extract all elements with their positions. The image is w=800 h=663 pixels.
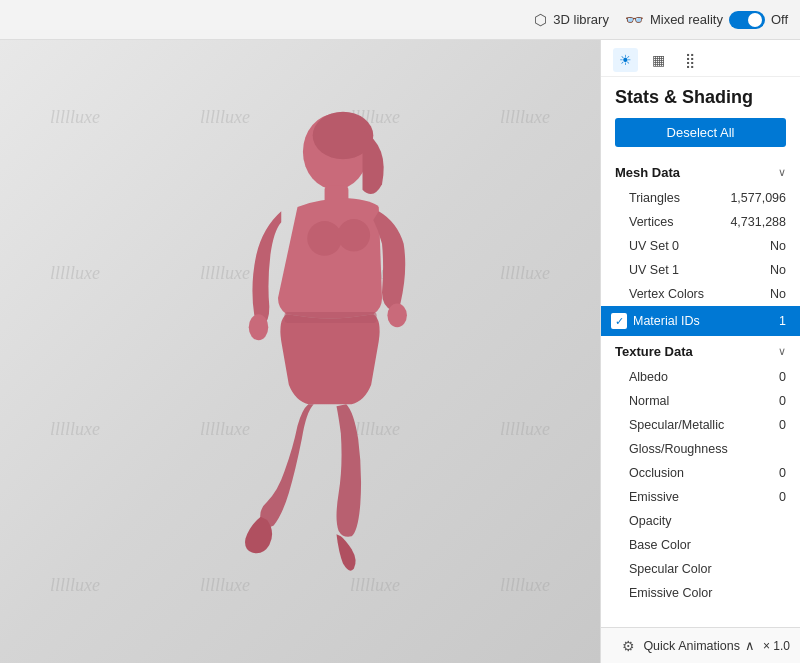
triangles-value: 1,577,096 (730, 191, 786, 205)
emissive-row: Emissive 0 (601, 485, 800, 509)
vertices-label: Vertices (629, 215, 730, 229)
vertex-colors-row: Vertex Colors No (601, 282, 800, 306)
svg-point-3 (387, 303, 407, 327)
top-bar: ⬡ 3D library 👓 Mixed reality Off (0, 0, 800, 40)
emissive-value: 0 (766, 490, 786, 504)
svg-rect-7 (285, 312, 377, 323)
specular-color-label: Specular Color (629, 562, 766, 576)
uvset0-value: No (766, 239, 786, 253)
opacity-row: Opacity (601, 509, 800, 533)
mixed-reality-btn[interactable]: 👓 Mixed reality Off (625, 11, 788, 29)
watermark-5: llllluxe (0, 196, 150, 352)
quick-animations-label: Quick Animations (643, 639, 740, 653)
triangles-row: Triangles 1,577,096 (601, 186, 800, 210)
albedo-label: Albedo (629, 370, 766, 384)
normal-row: Normal 0 (601, 389, 800, 413)
specular-color-row: Specular Color (601, 557, 800, 581)
gloss-roughness-label: Gloss/Roughness (629, 442, 766, 456)
albedo-value: 0 (766, 370, 786, 384)
vertices-value: 4,731,288 (730, 215, 786, 229)
tab-sun[interactable]: ☀ (613, 48, 638, 72)
specular-metallic-row: Specular/Metallic 0 (601, 413, 800, 437)
normal-label: Normal (629, 394, 766, 408)
bottom-bar: ⚙ Quick Animations ∧ × 1.0 (601, 627, 800, 663)
panel-tabs: ☀ ▦ ⣿ (601, 40, 800, 77)
character-figure (180, 103, 480, 623)
cube-icon: ⬡ (534, 11, 547, 29)
viewport[interactable]: llllluxe llllluxe llllluxe llllluxe llll… (0, 40, 600, 663)
material-ids-value: 1 (766, 314, 786, 328)
texture-chevron-icon: ∨ (778, 345, 786, 358)
occlusion-value: 0 (766, 466, 786, 480)
toggle-off-label: Off (771, 12, 788, 27)
specular-metallic-label: Specular/Metallic (629, 418, 766, 432)
library-label: 3D library (553, 12, 609, 27)
vertex-colors-value: No (766, 287, 786, 301)
chevron-up-icon: ∧ (745, 638, 755, 653)
quick-animations-btn[interactable]: Quick Animations ∧ (643, 638, 755, 653)
deselect-all-button[interactable]: Deselect All (615, 118, 786, 147)
emissive-color-label: Emissive Color (629, 586, 766, 600)
watermark-13: llllluxe (0, 507, 150, 663)
multiplier-value: × 1.0 (763, 639, 790, 653)
base-color-row: Base Color (601, 533, 800, 557)
emissive-label: Emissive (629, 490, 766, 504)
material-ids-row[interactable]: ✓ Material IDs 1 (601, 306, 800, 336)
occlusion-row: Occlusion 0 (601, 461, 800, 485)
vertices-row: Vertices 4,731,288 (601, 210, 800, 234)
watermark-1: llllluxe (0, 40, 150, 196)
material-ids-checkbox[interactable]: ✓ (611, 313, 627, 329)
gloss-roughness-row: Gloss/Roughness (601, 437, 800, 461)
checkmark-icon: ✓ (615, 316, 624, 327)
opacity-label: Opacity (629, 514, 766, 528)
right-panel: ☀ ▦ ⣿ Stats & Shading Deselect All Mesh … (600, 40, 800, 663)
texture-data-section-header[interactable]: Texture Data ∨ (601, 336, 800, 365)
texture-data-title: Texture Data (615, 344, 693, 359)
panel-title: Stats & Shading (601, 77, 800, 114)
material-ids-label: Material IDs (633, 314, 766, 328)
main-content: llllluxe llllluxe llllluxe llllluxe llll… (0, 40, 800, 663)
uvset0-row: UV Set 0 No (601, 234, 800, 258)
normal-value: 0 (766, 394, 786, 408)
base-color-label: Base Color (629, 538, 766, 552)
mesh-chevron-icon: ∨ (778, 166, 786, 179)
emissive-color-row: Emissive Color (601, 581, 800, 605)
uvset1-label: UV Set 1 (629, 263, 766, 277)
uvset0-label: UV Set 0 (629, 239, 766, 253)
mesh-data-section-header[interactable]: Mesh Data ∨ (601, 157, 800, 186)
tab-grid[interactable]: ▦ (646, 48, 671, 72)
svg-point-6 (338, 219, 371, 252)
occlusion-label: Occlusion (629, 466, 766, 480)
uvset1-row: UV Set 1 No (601, 258, 800, 282)
toggle-thumb (748, 13, 762, 27)
library-btn[interactable]: ⬡ 3D library (534, 11, 609, 29)
mixed-reality-label: Mixed reality (650, 12, 723, 27)
specular-metallic-value: 0 (766, 418, 786, 432)
svg-point-4 (249, 314, 269, 340)
svg-point-5 (307, 221, 342, 256)
vertex-colors-label: Vertex Colors (629, 287, 766, 301)
vr-icon: 👓 (625, 11, 644, 29)
tab-dots[interactable]: ⣿ (679, 48, 701, 72)
albedo-row: Albedo 0 (601, 365, 800, 389)
panel-scroll-area[interactable]: Mesh Data ∨ Triangles 1,577,096 Vertices… (601, 157, 800, 627)
uvset1-value: No (766, 263, 786, 277)
triangles-label: Triangles (629, 191, 730, 205)
watermark-9: llllluxe (0, 352, 150, 508)
mixed-reality-toggle[interactable] (729, 11, 765, 29)
settings-icon: ⚙ (622, 638, 635, 654)
mesh-data-title: Mesh Data (615, 165, 680, 180)
